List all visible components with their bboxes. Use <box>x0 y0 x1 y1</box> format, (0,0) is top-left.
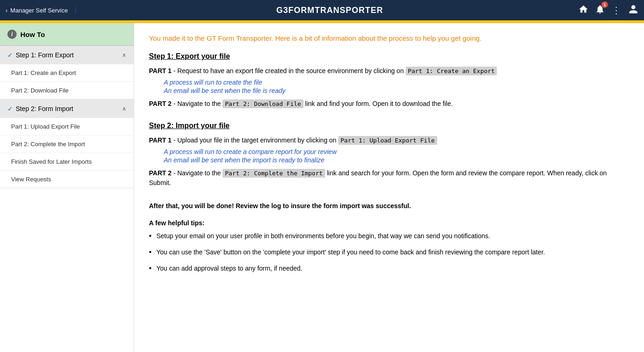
howto-label: How To <box>20 31 45 38</box>
step1-part1-label: PART 1 <box>149 67 172 74</box>
info-icon: i <box>7 30 17 39</box>
tips-list: Setup your email on your user profile in… <box>149 231 629 273</box>
notification-badge: 1 <box>601 1 608 8</box>
back-button[interactable]: ‹ Manager Self Service <box>6 7 76 14</box>
step2-block: Step 2: Import your file PART 1 - Upload… <box>149 122 629 188</box>
step2-part2-label: PART 2 <box>149 169 172 177</box>
sidebar-item-upload-export-file[interactable]: Part 1: Upload Export File <box>0 118 134 136</box>
tip-item-1: Setup your email on your user profile in… <box>149 231 629 241</box>
sidebar-howto-section[interactable]: i How To <box>0 23 134 46</box>
step1-check-icon: ✓ <box>7 51 13 59</box>
step1-part2-rest: link and find your form. Open it to down… <box>305 100 453 107</box>
step1-part2-link[interactable]: Part 2: Download File <box>223 99 303 108</box>
tip-item-3: You can add approval steps to any form, … <box>149 264 629 273</box>
step1-part1-line: PART 1 - Request to have an export file … <box>149 66 629 76</box>
main-layout: i How To ✓ Step 1: Form Export ∧ Part 1:… <box>0 23 644 352</box>
step2-part1-link[interactable]: Part 1: Upload Export File <box>338 136 437 145</box>
step2-items: Part 1: Upload Export File Part 2: Compl… <box>0 118 134 188</box>
step1-part2-line: PART 2 - Navigate to the Part 2: Downloa… <box>149 99 629 109</box>
intro-text: You made it to the GT Form Transporter. … <box>149 34 629 42</box>
step2-part2-text: - Navigate to the <box>173 169 221 177</box>
home-icon[interactable] <box>578 4 588 17</box>
tips-heading: A few helpful tips: <box>149 219 629 227</box>
summary-text: After that, you will be done! Review the… <box>149 201 629 211</box>
step2-heading: Step 2: Import your file <box>149 122 629 130</box>
step1-part1-link[interactable]: Part 1: Create an Export <box>406 67 497 75</box>
step1-section-header[interactable]: ✓ Step 1: Form Export ∧ <box>0 46 134 64</box>
sidebar-item-part2-download-file[interactable]: Part 2: Download File <box>0 82 134 99</box>
step1-part2-label: PART 2 <box>149 100 172 107</box>
step1-italic2: An email will be sent when the file is r… <box>164 87 629 94</box>
user-icon[interactable] <box>628 4 638 17</box>
step1-items: Part 1: Create an Export Part 2: Downloa… <box>0 64 134 99</box>
step1-italic1: A process will run to create the file <box>164 79 629 86</box>
top-navigation: ‹ Manager Self Service G3FORMTRANSPORTER… <box>0 0 644 20</box>
step1-block: Step 1: Export your file PART 1 - Reques… <box>149 52 629 109</box>
sidebar-step1-section: ✓ Step 1: Form Export ∧ Part 1: Create a… <box>0 46 134 99</box>
tip-item-2: You can use the 'Save' button on the 'co… <box>149 247 629 257</box>
step2-part1-text: - Upload your file in the target environ… <box>173 136 337 144</box>
step2-label: Step 2: Form Import <box>16 105 73 112</box>
step1-part2-text: - Navigate to the <box>173 100 221 107</box>
step2-section-header[interactable]: ✓ Step 2: Form Import ∧ <box>0 99 134 118</box>
step2-part2-line: PART 2 - Navigate to the Part 2: Complet… <box>149 168 629 188</box>
step2-chevron-icon: ∧ <box>122 105 126 112</box>
step1-heading: Step 1: Export your file <box>149 52 629 61</box>
step1-chevron-icon: ∧ <box>122 52 126 58</box>
step2-part1-line: PART 1 - Upload your file in the target … <box>149 136 629 145</box>
step2-part1-label: PART 1 <box>149 136 172 144</box>
notification-icon[interactable]: 1 <box>595 4 605 17</box>
step1-label: Step 1: Form Export <box>16 51 74 59</box>
app-title: G3FORMTRANSPORTER <box>81 6 578 15</box>
main-content: You made it to the GT Form Transporter. … <box>134 23 644 352</box>
step1-part1-text: - Request to have an export file created… <box>173 67 404 74</box>
nav-icons: 1 ⋮ <box>578 4 638 17</box>
sidebar-item-complete-import[interactable]: Part 2: Complete the Import <box>0 136 134 153</box>
step2-italic1: A process will run to create a compare r… <box>164 148 629 155</box>
sidebar-step2-section: ✓ Step 2: Form Import ∧ Part 1: Upload E… <box>0 99 134 188</box>
sidebar: i How To ✓ Step 1: Form Export ∧ Part 1:… <box>0 23 134 352</box>
sidebar-item-part1-create-export[interactable]: Part 1: Create an Export <box>0 64 134 82</box>
step2-check-icon: ✓ <box>7 105 13 112</box>
sidebar-collapse-handle[interactable]: ▮ <box>134 176 134 199</box>
back-label: Manager Self Service <box>10 7 68 14</box>
sidebar-item-finish-saved-imports[interactable]: Finish Saved for Later Imports <box>0 153 134 171</box>
step2-italic2: An email will be sent when the import is… <box>164 156 629 164</box>
back-arrow-icon: ‹ <box>6 7 7 14</box>
step2-part2-link[interactable]: Part 2: Complete the Import <box>223 169 325 178</box>
more-options-icon[interactable]: ⋮ <box>612 5 622 16</box>
sidebar-item-view-requests[interactable]: View Requests <box>0 171 134 188</box>
